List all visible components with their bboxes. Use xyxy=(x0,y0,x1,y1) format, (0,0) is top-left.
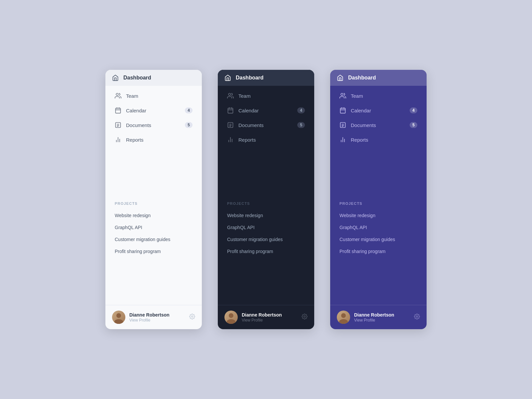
svg-point-13 xyxy=(228,93,231,96)
nav-item-team-purple[interactable]: Team xyxy=(334,88,423,103)
team-icon xyxy=(115,92,121,99)
documents-label-purple: Documents xyxy=(351,122,376,128)
svg-point-25 xyxy=(304,316,306,318)
reports-label: Reports xyxy=(126,137,144,143)
sidebar-dark: Dashboard Team xyxy=(218,70,314,329)
avatar-light xyxy=(112,311,125,324)
documents-icon xyxy=(115,122,121,128)
svg-point-12 xyxy=(192,316,193,318)
documents-label: Documents xyxy=(126,122,151,128)
avatar-purple xyxy=(337,311,350,324)
project-item-dark-3[interactable]: Profit sharing program xyxy=(227,245,305,257)
nav-item-reports-dark[interactable]: Reports xyxy=(222,132,310,147)
sidebar-light: Dashboard Team xyxy=(105,70,202,329)
team-label: Team xyxy=(126,93,138,99)
sidebar-purple: Dashboard Team xyxy=(330,70,427,329)
nav-item-dashboard-purple[interactable]: Dashboard xyxy=(330,70,427,86)
projects-section-purple: PROJECTS Website redesign GraphQL API Cu… xyxy=(330,195,427,260)
nav-item-documents-dark[interactable]: Documents 5 xyxy=(222,118,310,132)
calendar-icon-dark xyxy=(227,107,234,114)
project-item-dark-0[interactable]: Website redesign xyxy=(227,209,305,221)
reports-label-purple: Reports xyxy=(351,137,368,143)
team-icon-dark xyxy=(227,92,234,99)
svg-rect-27 xyxy=(340,108,345,113)
user-info-light: Dianne Robertson View Profile xyxy=(129,312,185,323)
nav-item-team-dark[interactable]: Team xyxy=(222,88,310,103)
nav-item-reports-purple[interactable]: Reports xyxy=(334,132,423,147)
svg-point-38 xyxy=(416,316,418,318)
gear-icon-purple[interactable] xyxy=(414,314,420,321)
nav-item-documents-purple[interactable]: Documents 5 xyxy=(334,118,423,132)
calendar-badge-light: 4 xyxy=(185,107,193,113)
avatar-dark xyxy=(224,311,238,324)
footer-light: Dianne Robertson View Profile xyxy=(105,305,202,329)
user-info-purple: Dianne Robertson View Profile xyxy=(354,312,410,323)
footer-purple: Dianne Robertson View Profile xyxy=(330,305,427,329)
nav-item-dashboard-dark[interactable]: Dashboard xyxy=(218,70,314,86)
documents-badge-dark: 5 xyxy=(297,122,305,128)
home-icon xyxy=(112,74,119,81)
svg-point-0 xyxy=(116,93,118,96)
reports-icon xyxy=(115,136,121,143)
page-wrapper: Dashboard Team xyxy=(92,50,440,349)
calendar-label-dark: Calendar xyxy=(238,108,259,113)
footer-dark: Dianne Robertson View Profile xyxy=(218,305,314,329)
documents-icon-purple xyxy=(339,122,346,128)
projects-section-dark: PROJECTS Website redesign GraphQL API Cu… xyxy=(218,195,314,260)
calendar-icon xyxy=(115,107,121,114)
svg-rect-14 xyxy=(228,108,233,113)
projects-label-purple: PROJECTS xyxy=(339,201,417,205)
calendar-badge-dark: 4 xyxy=(297,107,305,113)
view-profile-light[interactable]: View Profile xyxy=(129,318,185,323)
project-item-purple-2[interactable]: Customer migration guides xyxy=(339,233,417,245)
dashboard-label-purple: Dashboard xyxy=(348,75,376,81)
reports-icon-dark xyxy=(227,136,234,143)
dashboard-label-dark: Dashboard xyxy=(236,75,264,81)
user-name-purple: Dianne Robertson xyxy=(354,312,410,318)
gear-icon-dark[interactable] xyxy=(302,314,308,321)
reports-icon-purple xyxy=(339,136,346,143)
nav-item-dashboard-light[interactable]: Dashboard xyxy=(105,70,202,86)
calendar-icon-purple xyxy=(339,107,346,114)
project-item-light-3[interactable]: Profit sharing program xyxy=(115,245,193,257)
nav-section-dark: Team Calendar 4 xyxy=(218,86,314,195)
documents-icon-dark xyxy=(227,122,234,128)
calendar-label: Calendar xyxy=(126,108,146,113)
home-icon-dark xyxy=(224,74,231,81)
user-name-light: Dianne Robertson xyxy=(129,312,185,318)
view-profile-dark[interactable]: View Profile xyxy=(242,318,298,323)
view-profile-purple[interactable]: View Profile xyxy=(354,318,410,323)
team-icon-purple xyxy=(339,92,346,99)
project-item-dark-2[interactable]: Customer migration guides xyxy=(227,233,305,245)
project-item-light-0[interactable]: Website redesign xyxy=(115,209,193,221)
nav-section-light: Team Calendar 4 xyxy=(105,86,202,195)
nav-item-team-light[interactable]: Team xyxy=(109,88,198,103)
project-item-purple-1[interactable]: GraphQL API xyxy=(339,221,417,233)
documents-badge-light: 5 xyxy=(185,122,193,128)
projects-label-light: PROJECTS xyxy=(115,201,193,205)
project-item-purple-0[interactable]: Website redesign xyxy=(339,209,417,221)
documents-label-dark: Documents xyxy=(238,122,264,128)
dashboard-label: Dashboard xyxy=(123,75,151,81)
team-label-purple: Team xyxy=(351,93,363,99)
nav-item-reports-light[interactable]: Reports xyxy=(109,132,198,147)
calendar-badge-purple: 4 xyxy=(410,107,417,113)
nav-item-calendar-purple[interactable]: Calendar 4 xyxy=(334,103,423,118)
nav-item-calendar-dark[interactable]: Calendar 4 xyxy=(222,103,310,118)
home-icon-purple xyxy=(337,74,343,81)
projects-label-dark: PROJECTS xyxy=(227,201,305,205)
project-item-purple-3[interactable]: Profit sharing program xyxy=(339,245,417,257)
user-name-dark: Dianne Robertson xyxy=(242,312,298,318)
calendar-label-purple: Calendar xyxy=(351,108,371,113)
svg-rect-1 xyxy=(116,108,121,113)
reports-label-dark: Reports xyxy=(238,137,256,143)
nav-item-documents-light[interactable]: Documents 5 xyxy=(109,118,198,132)
nav-item-calendar-light[interactable]: Calendar 4 xyxy=(109,103,198,118)
documents-badge-purple: 5 xyxy=(410,122,417,128)
project-item-dark-1[interactable]: GraphQL API xyxy=(227,221,305,233)
gear-icon-light[interactable] xyxy=(189,314,195,321)
project-item-light-1[interactable]: GraphQL API xyxy=(115,221,193,233)
project-item-light-2[interactable]: Customer migration guides xyxy=(115,233,193,245)
projects-section-light: PROJECTS Website redesign GraphQL API Cu… xyxy=(105,195,202,260)
user-info-dark: Dianne Robertson View Profile xyxy=(242,312,298,323)
